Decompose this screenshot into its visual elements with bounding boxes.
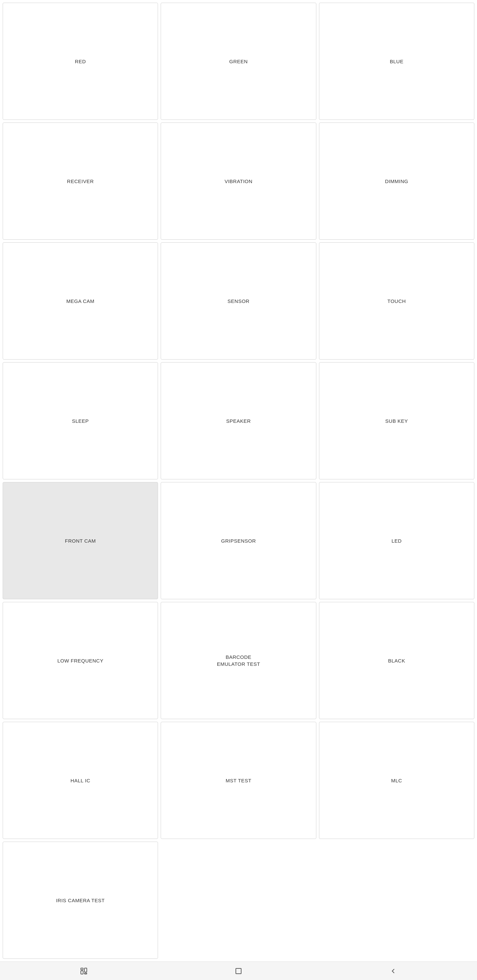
grid-item-label-mega-cam: MEGA CAM — [66, 298, 94, 305]
grid-item-label-touch: TOUCH — [388, 298, 406, 305]
grid-item-label-barcode-emulator-test: BARCODE EMULATOR TEST — [217, 654, 260, 667]
grid-item-blue[interactable]: BLUE — [319, 3, 474, 120]
grid-item-label-iris-camera-test: IRIS CAMERA TEST — [56, 897, 105, 904]
grid-item-speaker[interactable]: SPEAKER — [161, 362, 316, 479]
grid-item-dimming[interactable]: DIMMING — [319, 123, 474, 240]
grid-item-mega-cam[interactable]: MEGA CAM — [3, 242, 158, 360]
grid-item-gripsensor[interactable]: GRIPSENSOR — [161, 482, 316, 599]
recent-button[interactable] — [73, 964, 94, 978]
home-icon — [235, 967, 242, 975]
grid-item-label-gripsensor: GRIPSENSOR — [221, 537, 256, 544]
grid-item-front-cam[interactable]: FRONT CAM — [3, 482, 158, 599]
svg-rect-2 — [85, 968, 87, 972]
grid-item-iris-camera-test[interactable]: IRIS CAMERA TEST — [3, 842, 158, 959]
grid-item-sensor[interactable]: SENSOR — [161, 242, 316, 360]
grid-item-label-led: LED — [392, 537, 402, 544]
back-button[interactable] — [383, 964, 404, 978]
grid-item-label-speaker: SPEAKER — [226, 417, 251, 425]
grid-item-label-vibration: VIBRATION — [225, 178, 252, 185]
grid-item-black[interactable]: BLACK — [319, 602, 474, 719]
grid-item-vibration[interactable]: VIBRATION — [161, 123, 316, 240]
grid-item-low-frequency[interactable]: LOW FREQUENCY — [3, 602, 158, 719]
grid-item-label-sensor: SENSOR — [228, 298, 249, 305]
grid-item-label-sub-key: SUB KEY — [385, 417, 408, 425]
grid-item-label-sleep: SLEEP — [72, 417, 89, 425]
grid-item-label-black: BLACK — [388, 657, 405, 664]
grid-item-sub-key[interactable]: SUB KEY — [319, 362, 474, 479]
grid-item-label-low-frequency: LOW FREQUENCY — [57, 657, 103, 664]
grid-item-label-red: RED — [75, 58, 86, 65]
svg-rect-3 — [85, 973, 87, 974]
grid-item-label-mlc: MLC — [391, 777, 402, 784]
grid-item-label-blue: BLUE — [390, 58, 404, 65]
grid-item-barcode-emulator-test[interactable]: BARCODE EMULATOR TEST — [161, 602, 316, 719]
grid-item-label-front-cam: FRONT CAM — [65, 537, 96, 544]
back-icon — [389, 967, 397, 975]
bottom-navigation — [0, 961, 477, 980]
recent-icon — [80, 967, 88, 975]
grid-item-label-dimming: DIMMING — [385, 178, 408, 185]
grid-item-touch[interactable]: TOUCH — [319, 242, 474, 360]
grid-item-label-mst-test: MST TEST — [226, 777, 251, 784]
grid-item-green[interactable]: GREEN — [161, 3, 316, 120]
grid-item-led[interactable]: LED — [319, 482, 474, 599]
grid-item-mst-test[interactable]: MST TEST — [161, 722, 316, 839]
svg-rect-4 — [236, 969, 241, 974]
home-button[interactable] — [228, 964, 249, 978]
svg-rect-0 — [81, 968, 83, 970]
grid-item-receiver[interactable]: RECEIVER — [3, 123, 158, 240]
test-grid: REDGREENBLUERECEIVERVIBRATIONDIMMINGMEGA… — [0, 0, 477, 961]
grid-item-label-receiver: RECEIVER — [67, 178, 94, 185]
grid-item-mlc[interactable]: MLC — [319, 722, 474, 839]
grid-item-hall-ic[interactable]: HALL IC — [3, 722, 158, 839]
grid-item-label-hall-ic: HALL IC — [70, 777, 91, 784]
svg-rect-1 — [81, 971, 83, 974]
grid-item-red[interactable]: RED — [3, 3, 158, 120]
grid-item-sleep[interactable]: SLEEP — [3, 362, 158, 479]
grid-item-label-green: GREEN — [229, 58, 248, 65]
